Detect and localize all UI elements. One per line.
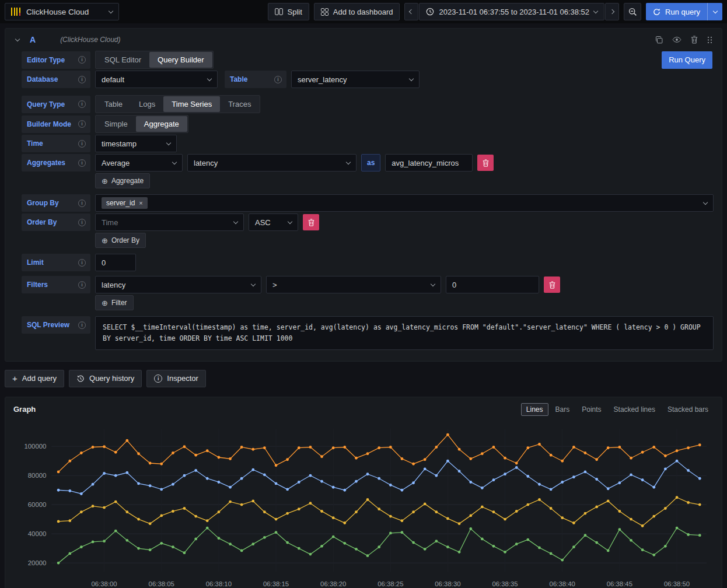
aggregate-column-value: latency — [194, 159, 218, 167]
info-icon[interactable]: i — [78, 140, 86, 148]
collapse-chevron-icon[interactable] — [15, 36, 20, 41]
builder-mode-aggregate[interactable]: Aggregate — [136, 116, 187, 132]
add-to-dashboard-button[interactable]: Add to dashboard — [314, 3, 400, 20]
editor-run-query-button[interactable]: Run Query — [662, 51, 712, 69]
time-shift-back-button[interactable] — [404, 3, 418, 20]
query-row-actions — [655, 36, 712, 44]
time-column-select[interactable]: timestamp — [95, 135, 177, 152]
database-value: default — [102, 75, 124, 84]
mode-lines[interactable]: Lines — [521, 403, 548, 416]
query-history-label: Query history — [89, 374, 134, 383]
limit-label-text: Limit — [27, 258, 44, 267]
sql-preview-label: SQL Preview i — [22, 316, 90, 334]
filter-column-select[interactable]: latency — [95, 276, 261, 293]
aggregates-label: Aggregates i — [22, 154, 90, 172]
aggregates-label-text: Aggregates — [27, 159, 65, 167]
query-type-table[interactable]: Table — [96, 96, 131, 112]
svg-text:06:38:00: 06:38:00 — [91, 580, 117, 587]
mode-stacked-lines[interactable]: Stacked lines — [609, 403, 660, 416]
filters-label: Filters i — [22, 276, 90, 293]
svg-text:60000: 60000 — [28, 501, 47, 508]
info-icon[interactable]: i — [274, 76, 282, 83]
info-icon[interactable]: i — [78, 100, 86, 108]
editor-run-query-label: Run Query — [669, 55, 705, 64]
eye-icon[interactable] — [672, 36, 681, 43]
mode-points[interactable]: Points — [576, 403, 606, 416]
info-icon[interactable]: i — [78, 76, 86, 83]
run-query-button[interactable]: Run query — [646, 3, 707, 20]
time-range-button[interactable]: 2023-11-01 06:37:55 to 2023-11-01 06:38:… — [419, 3, 604, 20]
editor-run-query-wrap: Run Query — [662, 51, 712, 69]
order-by-direction-value: ASC — [255, 218, 271, 227]
order-by-field-select[interactable]: Time — [95, 214, 244, 231]
info-icon[interactable]: i — [78, 56, 86, 64]
info-icon[interactable]: i — [78, 219, 86, 226]
info-icon[interactable]: i — [78, 200, 86, 207]
add-filter-button[interactable]: ⊕ Filter — [95, 295, 134, 310]
table-select[interactable]: server_latency — [291, 71, 420, 88]
editor-type-label: Editor Type i — [22, 51, 90, 69]
mode-stacked-bars[interactable]: Stacked bars — [662, 403, 714, 416]
trash-icon — [483, 159, 489, 167]
mode-bars[interactable]: Bars — [550, 403, 575, 416]
remove-tag-icon[interactable]: × — [139, 200, 142, 206]
add-aggregate-button[interactable]: ⊕ Aggregate — [95, 173, 150, 188]
chevron-down-icon — [109, 8, 113, 13]
info-icon[interactable]: i — [78, 281, 86, 289]
time-column-value: timestamp — [102, 139, 137, 148]
zoom-out-button[interactable] — [624, 3, 641, 20]
inspector-button[interactable]: i Inspector — [146, 370, 205, 387]
info-icon[interactable]: i — [78, 120, 86, 128]
trash-icon[interactable] — [691, 36, 698, 44]
aggregate-function-select[interactable]: Average — [95, 154, 183, 172]
split-button[interactable]: Split — [268, 3, 309, 20]
svg-text:06:38:05: 06:38:05 — [149, 580, 174, 587]
limit-input[interactable] — [95, 254, 136, 271]
add-query-button[interactable]: + Add query — [5, 370, 64, 387]
svg-text:06:38:15: 06:38:15 — [263, 580, 289, 587]
filter-operator-select[interactable]: > — [266, 276, 441, 293]
info-icon[interactable]: i — [78, 259, 86, 267]
run-query-caret-button[interactable] — [707, 3, 722, 20]
add-order-by-button[interactable]: ⊕ Order By — [95, 233, 146, 248]
info-icon[interactable]: i — [78, 159, 86, 167]
refresh-icon — [653, 8, 660, 16]
filter-value-input[interactable] — [446, 276, 539, 293]
chevron-down-icon — [288, 219, 292, 223]
query-history-button[interactable]: Query history — [69, 370, 142, 387]
query-type-time-series[interactable]: Time Series — [163, 96, 220, 112]
add-aggregate-label: Aggregate — [111, 177, 144, 185]
trash-icon — [549, 281, 555, 289]
copy-icon[interactable] — [655, 36, 663, 44]
aggregate-column-select[interactable]: latency — [187, 154, 356, 172]
svg-text:06:38:10: 06:38:10 — [206, 580, 232, 587]
time-series-chart[interactable]: 2000040000600008000010000006:38:0006:38:… — [13, 422, 714, 588]
query-type-logs[interactable]: Logs — [131, 96, 163, 112]
query-builder-option[interactable]: Query Builder — [149, 52, 212, 68]
split-icon — [275, 8, 283, 15]
drag-handle-icon[interactable] — [707, 36, 712, 44]
time-shift-forward-button[interactable] — [605, 3, 619, 20]
datasource-picker[interactable]: ClickHouse Cloud — [5, 3, 119, 20]
remove-filter-button[interactable] — [544, 276, 560, 293]
chevron-left-icon — [409, 9, 414, 14]
filter-operator-value: > — [272, 281, 277, 289]
builder-mode-simple[interactable]: Simple — [96, 116, 136, 132]
aggregate-alias-input[interactable] — [385, 154, 473, 172]
group-by-label: Group By i — [22, 194, 90, 212]
svg-text:06:38:50: 06:38:50 — [664, 580, 690, 587]
database-select[interactable]: default — [95, 71, 218, 88]
group-by-tag: server_id × — [102, 197, 148, 209]
chevron-right-icon — [610, 9, 614, 14]
group-by-multiselect[interactable]: server_id × — [95, 194, 714, 212]
info-icon[interactable]: i — [78, 321, 86, 329]
order-by-direction-select[interactable]: ASC — [249, 214, 298, 231]
sql-editor-option[interactable]: SQL Editor — [96, 52, 149, 68]
table-value: server_latency — [298, 75, 347, 84]
add-order-by-label: Order By — [111, 236, 139, 244]
remove-aggregate-button[interactable] — [477, 155, 494, 171]
remove-order-by-button[interactable] — [303, 214, 319, 230]
add-to-dashboard-label: Add to dashboard — [333, 8, 393, 16]
datasource-name: ClickHouse Cloud — [26, 8, 104, 16]
query-type-traces[interactable]: Traces — [220, 96, 259, 112]
